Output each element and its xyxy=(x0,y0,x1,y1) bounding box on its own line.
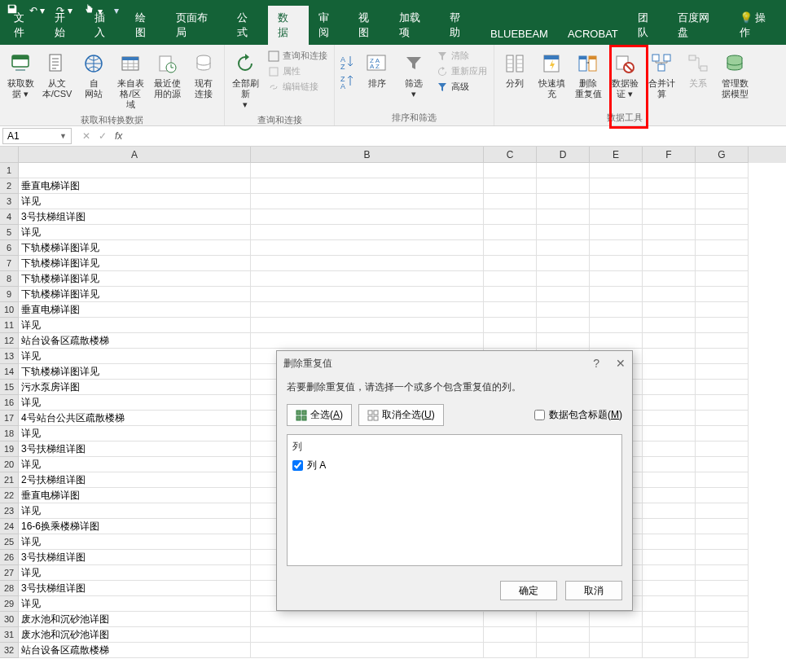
cell[interactable] xyxy=(696,178,749,194)
from-table-range-button[interactable]: 来自表格/区域 xyxy=(114,49,147,112)
cell[interactable] xyxy=(696,349,749,364)
cell[interactable] xyxy=(643,441,696,457)
tab-view[interactable]: 视图 xyxy=(349,6,389,45)
tab-help[interactable]: 帮助 xyxy=(440,6,481,45)
cell[interactable]: 2号扶梯组详图 xyxy=(19,472,251,488)
name-box[interactable]: A1▼ xyxy=(2,128,72,144)
cell[interactable]: 详见 xyxy=(19,395,251,411)
cell[interactable]: 详见 xyxy=(19,194,251,209)
remove-duplicates-button[interactable]: 删除重复值 xyxy=(572,49,604,101)
cell[interactable] xyxy=(643,457,696,472)
tab-data[interactable]: 数据 xyxy=(268,6,309,45)
row-header[interactable]: 18 xyxy=(0,426,19,441)
cell[interactable] xyxy=(696,581,749,596)
cell[interactable]: 详见 xyxy=(19,596,251,612)
col-header-E[interactable]: E xyxy=(590,147,643,163)
cell[interactable]: 下轨楼梯详图详见 xyxy=(19,364,251,380)
cell[interactable] xyxy=(251,271,484,287)
tab-review[interactable]: 审阅 xyxy=(309,6,349,45)
data-validation-button[interactable]: 数据验证 ▾ xyxy=(608,49,641,101)
col-header-B[interactable]: B xyxy=(251,147,484,163)
queries-connections-button[interactable]: 查询和连接 xyxy=(266,49,330,63)
cell[interactable] xyxy=(484,209,537,225)
cell[interactable] xyxy=(590,163,643,178)
tab-insert[interactable]: 插入 xyxy=(85,6,125,45)
cell[interactable] xyxy=(643,534,696,550)
cell[interactable] xyxy=(643,426,696,441)
cell[interactable]: 详见 xyxy=(19,534,251,550)
cell[interactable] xyxy=(696,565,749,581)
data-has-headers-checkbox[interactable]: 数据包含标题(M) xyxy=(534,408,622,422)
cell[interactable] xyxy=(643,364,696,380)
unselect-all-button[interactable]: 取消全选(U) xyxy=(358,404,444,426)
row-header[interactable]: 3 xyxy=(0,194,19,209)
cell[interactable]: 详见 xyxy=(19,349,251,364)
tab-team[interactable]: 团队 xyxy=(628,6,669,45)
cell[interactable] xyxy=(696,426,749,441)
cell[interactable] xyxy=(643,349,696,364)
tab-home[interactable]: 开始 xyxy=(45,6,86,45)
cell[interactable]: 废水池和沉砂池详图 xyxy=(19,612,251,627)
recent-sources-button[interactable]: 最近使用的源 xyxy=(151,49,183,101)
fx-icon[interactable]: fx xyxy=(115,130,122,142)
cell[interactable] xyxy=(696,209,749,225)
close-icon[interactable]: ✕ xyxy=(616,357,626,370)
cell[interactable] xyxy=(643,565,696,581)
cell[interactable] xyxy=(696,380,749,395)
get-data-button[interactable]: 获取数据 ▾ xyxy=(4,49,37,101)
row-header[interactable]: 22 xyxy=(0,488,19,503)
sort-desc-icon[interactable]: ZA xyxy=(339,73,357,90)
tab-tell-me[interactable]: 💡 操作 xyxy=(730,6,786,45)
cell[interactable] xyxy=(696,302,749,318)
tab-addins[interactable]: 加载项 xyxy=(389,6,441,45)
cell[interactable] xyxy=(643,287,696,302)
col-header-G[interactable]: G xyxy=(696,147,749,163)
row-header[interactable]: 7 xyxy=(0,256,19,271)
worksheet-grid[interactable]: A B C D E F G 12垂直电梯详图3详见43号扶梯组详图5详见6下轨楼… xyxy=(0,147,786,672)
sort-button[interactable]: Z AA Z排序 xyxy=(361,49,393,90)
cell[interactable] xyxy=(590,333,643,349)
col-header-C[interactable]: C xyxy=(484,147,537,163)
row-header[interactable]: 6 xyxy=(0,240,19,256)
cell[interactable] xyxy=(643,612,696,627)
row-header[interactable]: 30 xyxy=(0,612,19,627)
text-to-columns-button[interactable]: 分列 xyxy=(498,49,531,90)
cell[interactable] xyxy=(537,318,590,333)
cell[interactable] xyxy=(537,643,590,658)
cell[interactable] xyxy=(643,225,696,240)
cell[interactable] xyxy=(643,411,696,426)
cell[interactable] xyxy=(537,240,590,256)
row-header[interactable]: 8 xyxy=(0,271,19,287)
tab-bluebeam[interactable]: BLUEBEAM xyxy=(481,23,558,45)
cell[interactable] xyxy=(643,380,696,395)
cell[interactable]: 下轨楼梯详图详见 xyxy=(19,287,251,302)
cell[interactable]: 详见 xyxy=(19,565,251,581)
flash-fill-button[interactable]: 快速填充 xyxy=(535,49,568,101)
cell[interactable] xyxy=(643,333,696,349)
cell[interactable] xyxy=(696,596,749,612)
col-header-D[interactable]: D xyxy=(537,147,590,163)
cell[interactable]: 下轨楼梯详图详见 xyxy=(19,240,251,256)
cell[interactable] xyxy=(643,163,696,178)
tab-draw[interactable]: 绘图 xyxy=(125,6,166,45)
cell[interactable] xyxy=(251,225,484,240)
row-header[interactable]: 13 xyxy=(0,349,19,364)
tab-pagelayout[interactable]: 页面布局 xyxy=(166,6,227,45)
cell[interactable] xyxy=(696,612,749,627)
cell[interactable]: 下轨楼梯详图详见 xyxy=(19,256,251,271)
cell[interactable]: 详见 xyxy=(19,426,251,441)
cell[interactable] xyxy=(484,178,537,194)
cell[interactable] xyxy=(251,194,484,209)
cell[interactable] xyxy=(643,581,696,596)
cell[interactable] xyxy=(537,287,590,302)
cell[interactable]: 3号扶梯组详图 xyxy=(19,441,251,457)
cell[interactable] xyxy=(251,240,484,256)
cancel-button[interactable]: 取消 xyxy=(565,581,622,600)
cell[interactable] xyxy=(251,287,484,302)
cell[interactable] xyxy=(643,194,696,209)
row-header[interactable]: 16 xyxy=(0,395,19,411)
tab-file[interactable]: 文件 xyxy=(4,6,45,45)
cell[interactable] xyxy=(696,364,749,380)
cell[interactable]: 详见 xyxy=(19,318,251,333)
cell[interactable] xyxy=(696,503,749,519)
